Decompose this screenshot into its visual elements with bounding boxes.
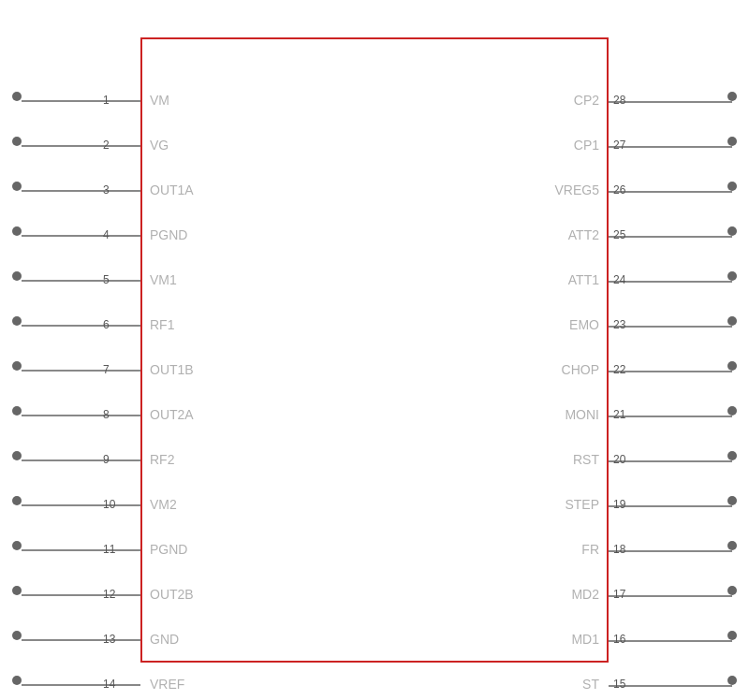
pin-num-right-23: 23 xyxy=(613,318,625,331)
diagram-container: 1VM2VG3OUT1A4PGND5VM16RF17OUT1B8OUT2A9RF… xyxy=(0,0,749,700)
pin-label-right-19: STEP xyxy=(565,497,599,512)
pin-label-right-15: ST xyxy=(582,677,599,692)
pin-num-left-7: 7 xyxy=(103,363,136,376)
pin-label-left-4: PGND xyxy=(150,227,187,242)
pin-label-left-1: VM xyxy=(150,93,169,108)
pin-line-right-18 xyxy=(609,550,732,552)
pin-line-right-26 xyxy=(609,191,732,193)
pin-num-left-4: 4 xyxy=(103,228,136,241)
pin-label-left-8: OUT2A xyxy=(150,407,194,422)
pin-label-left-13: GND xyxy=(150,632,179,647)
pin-num-right-17: 17 xyxy=(613,588,625,601)
pin-dot-left-12 xyxy=(12,586,22,595)
pin-label-left-5: VM1 xyxy=(150,272,177,287)
pin-num-left-8: 8 xyxy=(103,408,136,421)
pin-dot-left-1 xyxy=(12,92,22,101)
pin-num-right-20: 20 xyxy=(613,453,625,466)
pin-label-left-7: OUT1B xyxy=(150,362,194,377)
pin-dot-right-22 xyxy=(727,361,737,371)
pin-label-left-10: VM2 xyxy=(150,497,177,512)
pin-num-right-19: 19 xyxy=(613,498,625,511)
pin-dot-right-26 xyxy=(727,182,737,191)
pin-line-right-25 xyxy=(609,236,732,238)
pin-num-right-26: 26 xyxy=(613,183,625,197)
pin-dot-right-27 xyxy=(727,137,737,146)
chip-body xyxy=(140,37,609,663)
pin-num-left-10: 10 xyxy=(103,498,136,511)
pin-dot-right-17 xyxy=(727,586,737,595)
pin-line-right-17 xyxy=(609,595,732,597)
pin-label-left-14: VREF xyxy=(150,677,184,692)
pin-label-right-16: MD1 xyxy=(571,632,599,647)
pin-dot-right-18 xyxy=(727,541,737,550)
pin-dot-left-14 xyxy=(12,676,22,685)
pin-line-right-24 xyxy=(609,281,732,283)
pin-label-right-17: MD2 xyxy=(571,587,599,602)
pin-num-right-16: 16 xyxy=(613,633,625,646)
pin-dot-left-10 xyxy=(12,496,22,505)
pin-num-left-6: 6 xyxy=(103,318,136,331)
pin-dot-right-24 xyxy=(727,271,737,281)
pin-num-left-11: 11 xyxy=(103,543,136,556)
pin-label-left-2: VG xyxy=(150,138,169,153)
pin-num-right-25: 25 xyxy=(613,228,625,241)
pin-line-right-15 xyxy=(609,685,732,687)
pin-dot-left-2 xyxy=(12,137,22,146)
pin-label-left-6: RF1 xyxy=(150,317,174,332)
pin-dot-left-5 xyxy=(12,271,22,281)
pin-dot-right-25 xyxy=(727,226,737,236)
pin-num-right-15: 15 xyxy=(613,678,625,691)
pin-label-right-18: FR xyxy=(581,542,599,557)
pin-num-right-21: 21 xyxy=(613,408,625,421)
pin-dot-right-23 xyxy=(727,316,737,326)
pin-label-right-24: ATT1 xyxy=(568,272,599,287)
pin-line-right-16 xyxy=(609,640,732,642)
pin-label-left-3: OUT1A xyxy=(150,182,194,197)
pin-num-left-9: 9 xyxy=(103,453,136,466)
pin-dot-right-19 xyxy=(727,496,737,505)
pin-dot-right-28 xyxy=(727,92,737,101)
pin-dot-left-4 xyxy=(12,226,22,236)
pin-num-right-27: 27 xyxy=(613,139,625,152)
pin-line-right-21 xyxy=(609,416,732,417)
pin-dot-right-16 xyxy=(727,631,737,640)
pin-dot-left-8 xyxy=(12,406,22,416)
pin-num-right-22: 22 xyxy=(613,363,625,376)
pin-dot-left-6 xyxy=(12,316,22,326)
pin-num-left-2: 2 xyxy=(103,139,136,152)
pin-line-right-20 xyxy=(609,460,732,462)
pin-label-right-23: EMO xyxy=(569,317,599,332)
pin-num-left-5: 5 xyxy=(103,273,136,286)
pin-line-right-23 xyxy=(609,326,732,328)
pin-label-right-21: MONI xyxy=(565,407,599,422)
pin-line-right-28 xyxy=(609,101,732,103)
pin-line-right-22 xyxy=(609,371,732,372)
pin-label-right-28: CP2 xyxy=(574,93,599,108)
pin-num-right-28: 28 xyxy=(613,94,625,107)
pin-dot-right-15 xyxy=(727,676,737,685)
pin-line-right-19 xyxy=(609,505,732,507)
pin-num-left-3: 3 xyxy=(103,183,136,197)
pin-label-right-22: CHOP xyxy=(562,362,599,377)
pin-label-left-9: RF2 xyxy=(150,452,174,467)
pin-label-right-20: RST xyxy=(573,452,599,467)
pin-num-left-14: 14 xyxy=(103,678,136,691)
pin-label-left-11: PGND xyxy=(150,542,187,557)
pin-dot-right-21 xyxy=(727,406,737,416)
pin-dot-left-13 xyxy=(12,631,22,640)
pin-dot-left-9 xyxy=(12,451,22,460)
pin-dot-left-7 xyxy=(12,361,22,371)
pin-dot-right-20 xyxy=(727,451,737,460)
pin-num-right-24: 24 xyxy=(613,273,625,286)
pin-num-left-12: 12 xyxy=(103,588,136,601)
pin-label-right-27: CP1 xyxy=(574,138,599,153)
pin-line-right-27 xyxy=(609,146,732,148)
pin-dot-left-11 xyxy=(12,541,22,550)
pin-label-right-25: ATT2 xyxy=(568,227,599,242)
pin-label-left-12: OUT2B xyxy=(150,587,194,602)
pin-label-right-26: VREG5 xyxy=(555,182,599,197)
pin-num-right-18: 18 xyxy=(613,543,625,556)
pin-num-left-1: 1 xyxy=(103,94,136,107)
pin-num-left-13: 13 xyxy=(103,633,136,646)
pin-dot-left-3 xyxy=(12,182,22,191)
